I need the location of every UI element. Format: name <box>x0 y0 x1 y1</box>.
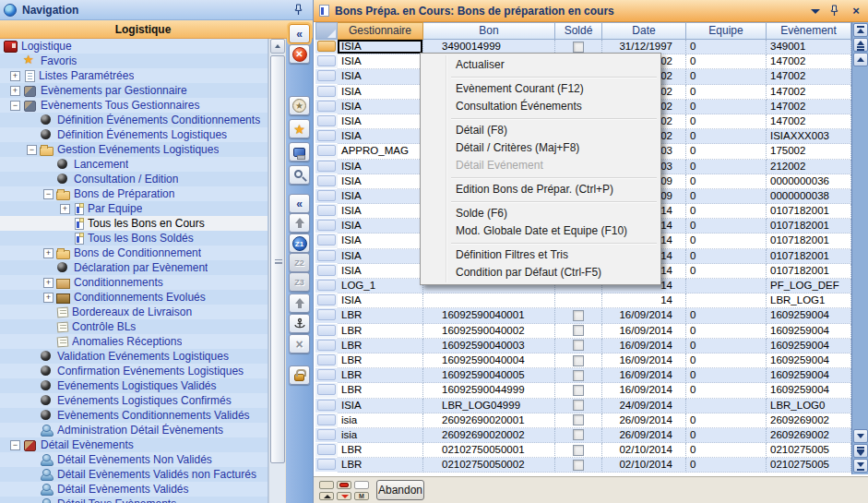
menu-item[interactable]: Détail / Critères (Maj+F8) <box>422 139 660 157</box>
expand-icon[interactable]: + <box>43 278 54 288</box>
tree-item[interactable]: −Bons de Préparation <box>0 186 268 201</box>
tree-item[interactable]: Validation Evénements Logistiques <box>0 349 268 364</box>
nav-memorize-button[interactable]: M <box>354 492 369 500</box>
table-row[interactable]: LBR1609259004499916/09/201401609259004 <box>315 383 851 398</box>
zoom-z2-button[interactable]: Z2 <box>289 253 310 272</box>
tree-item[interactable]: Détail Evènements Validés non Facturés <box>0 467 268 482</box>
tree-item[interactable]: Définition Événements Logistiques <box>0 127 268 142</box>
tree-item[interactable]: Evénements Logistiques Confirmés <box>0 393 268 408</box>
select-all-header[interactable] <box>315 22 338 40</box>
tree-item[interactable]: −Gestion Evénements Logistiques <box>0 142 268 157</box>
scroll-down-icon[interactable] <box>853 429 868 443</box>
favorites-star-button[interactable]: ★ <box>289 119 310 138</box>
zoom-z1-button[interactable]: Z1 <box>289 234 310 253</box>
solde-checkbox[interactable] <box>573 460 584 471</box>
table-row[interactable]: isia2609269002000226/09/201402609269002 <box>315 428 851 443</box>
table-row[interactable]: LBR1609259004000416/09/201401609259004 <box>315 353 851 368</box>
tree-item[interactable]: Tous les Bons Soldés <box>0 231 268 246</box>
nav-up-button[interactable] <box>319 492 334 500</box>
tree-item[interactable]: Anomalies Réceptions <box>0 334 268 349</box>
lock-button[interactable] <box>289 365 310 385</box>
anchor-button[interactable] <box>289 314 310 333</box>
tree-item[interactable]: +Listes Paramétrées <box>0 68 268 83</box>
cross-button[interactable]: × <box>289 334 310 353</box>
scroll-last-icon[interactable] <box>853 459 868 473</box>
tree-item[interactable]: Evènements Conditionnements Validés <box>0 408 268 423</box>
scroll-up-icon[interactable] <box>270 39 285 54</box>
menu-item[interactable]: Détail (F8) <box>422 122 660 139</box>
nav-down-button[interactable] <box>337 492 351 500</box>
abandon-button[interactable]: Abandon <box>376 480 424 500</box>
tree-item[interactable]: Evénements Logistiques Validés <box>0 378 268 393</box>
tree-item[interactable]: −Détail Evènements <box>0 437 268 452</box>
scroll-pageup-icon[interactable] <box>853 38 868 52</box>
column-header-gestionnaire[interactable]: Gestionnaire <box>338 22 423 40</box>
nav-blank-beige-button[interactable] <box>319 481 334 489</box>
menu-item[interactable]: Consultation Événements <box>422 98 660 115</box>
scrollbar-thumb[interactable] <box>270 55 285 463</box>
collapse-icon[interactable]: − <box>10 440 20 450</box>
search-button[interactable] <box>289 165 310 185</box>
tree-item[interactable]: +Conditionnements Evolués <box>0 290 268 305</box>
solde-checkbox[interactable] <box>573 310 584 321</box>
solde-checkbox[interactable] <box>573 414 584 425</box>
solde-checkbox[interactable] <box>573 385 584 396</box>
tree-item[interactable]: Détail Tous Evènements <box>0 497 268 503</box>
menu-item[interactable]: Actualiser <box>422 56 660 74</box>
column-header-equipe[interactable]: Equipe <box>686 22 767 40</box>
pin-icon[interactable] <box>291 3 305 18</box>
tree-item[interactable]: Détail Evènements Validés <box>0 482 268 497</box>
solde-checkbox[interactable] <box>573 355 584 366</box>
solde-checkbox[interactable] <box>573 370 584 381</box>
close-red-button[interactable]: ✕ <box>289 44 310 64</box>
table-row[interactable]: LBR0210275005000202/10/201400210275005 <box>315 458 851 473</box>
up-arrow-2-button[interactable] <box>289 293 310 313</box>
tree-item[interactable]: −Evènements Tous Gestionnaires <box>0 98 268 113</box>
collapse-icon[interactable]: − <box>10 101 20 111</box>
tree-scrollbar[interactable] <box>268 39 285 503</box>
column-header-date[interactable]: Date <box>602 22 686 40</box>
monitor-button[interactable] <box>289 142 310 162</box>
menu-item[interactable]: Définition Filtres et Tris <box>422 246 660 264</box>
menu-item[interactable]: Solde (F6) <box>422 205 660 222</box>
scroll-first-icon[interactable] <box>853 23 868 37</box>
menu-item[interactable]: Mod. Globale Date et Equipe (F10) <box>422 222 660 240</box>
tree-item[interactable]: Lancement <box>0 157 268 172</box>
tree-item[interactable]: +Par Equipe <box>0 201 268 216</box>
menu-item[interactable]: Edition Bons de Prépar. (Ctrl+P) <box>422 181 660 198</box>
expand-icon[interactable]: + <box>43 248 54 258</box>
chevron-down-icon[interactable] <box>808 4 823 18</box>
scroll-pagedown-icon[interactable] <box>853 444 868 458</box>
solde-checkbox[interactable] <box>573 400 584 411</box>
tree-item[interactable]: Contrôle BLs <box>0 319 268 334</box>
collapse-panel-button[interactable]: « <box>289 24 310 43</box>
compass-button[interactable]: ★ <box>289 96 310 115</box>
column-header-soldé[interactable]: Soldé <box>555 22 602 40</box>
expand-icon[interactable]: + <box>10 71 20 81</box>
table-row[interactable]: LBR1609259004000316/09/201401609259004 <box>315 339 851 353</box>
tree-item[interactable]: Bordereaux de Livraison <box>0 305 268 319</box>
table-row[interactable]: LBR1609259004000116/09/201401609259004 <box>315 308 851 323</box>
collapse-icon[interactable]: − <box>27 145 37 155</box>
pin-icon[interactable] <box>826 4 841 18</box>
menu-item[interactable]: Evènement Courant (F12) <box>422 80 660 98</box>
tree-item[interactable]: Tous les Bons en Cours <box>0 216 268 231</box>
tree-item[interactable]: Définition Événements Conditionnements <box>0 113 268 127</box>
collapse-secondary-button[interactable]: « <box>289 194 310 213</box>
expand-icon[interactable]: + <box>10 86 20 96</box>
collapse-icon[interactable]: − <box>43 189 54 199</box>
menu-item[interactable]: Condition par Défaut (Ctrl-F5) <box>422 264 660 281</box>
solde-checkbox[interactable] <box>573 42 584 53</box>
tree-item[interactable]: Administration Détail Évènements <box>0 423 268 437</box>
table-row[interactable]: ISIA14LBR_LOG1 <box>315 293 851 308</box>
expand-icon[interactable]: + <box>60 204 70 214</box>
solde-checkbox[interactable] <box>573 340 584 351</box>
zoom-z3-button[interactable]: Z3 <box>289 272 310 292</box>
table-row[interactable]: LBR1609259004000516/09/201401609259004 <box>315 368 851 383</box>
column-header-bon[interactable]: Bon <box>423 22 555 40</box>
tree-item[interactable]: Détail Evènements Non Validés <box>0 452 268 467</box>
tree-item[interactable]: Favoris <box>0 54 268 68</box>
tree-item[interactable]: +Evènements par Gestionnaire <box>0 83 268 98</box>
table-row[interactable]: LBR1609259004000216/09/201401609259004 <box>315 324 851 339</box>
tree-item[interactable]: Déclaration par Evènement <box>0 260 268 275</box>
